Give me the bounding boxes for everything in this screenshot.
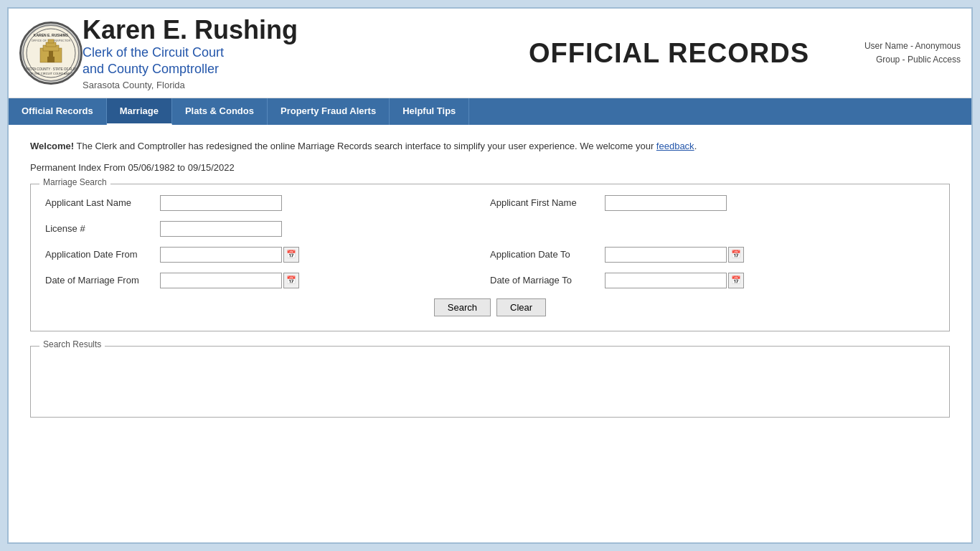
clerk-name: Karen E. Rushing	[83, 16, 473, 44]
nav-property-fraud-alerts[interactable]: Property Fraud Alerts	[268, 98, 390, 125]
svg-rect-9	[48, 39, 54, 43]
license-input[interactable]	[160, 221, 282, 237]
page-title: OFFICIAL RECORDS	[473, 38, 864, 69]
county-name: Sarasota County, Florida	[83, 80, 473, 90]
nav-plats-condos[interactable]: Plats & Condos	[172, 98, 268, 125]
form-group-app-date-from: Application Date From 📅	[45, 247, 490, 263]
marriage-date-to-label: Date of Marriage To	[490, 275, 605, 286]
first-name-input[interactable]	[605, 195, 727, 211]
form-row-app-date: Application Date From 📅 Application Date…	[45, 247, 935, 263]
marriage-date-to-calendar-icon[interactable]: 📅	[728, 273, 744, 288]
page-header: KAREN E. RUSHING OFFICE OF THE INSPECTOR…	[9, 9, 971, 98]
nav-helpful-tips[interactable]: Helpful Tips	[390, 98, 469, 125]
app-date-from-calendar-icon[interactable]: 📅	[283, 247, 299, 263]
user-info: User Name - Anonymous Group - Public Acc…	[864, 39, 961, 67]
svg-rect-10	[49, 51, 53, 57]
form-row-license: License #	[45, 221, 935, 237]
last-name-input[interactable]	[160, 195, 282, 211]
search-results-box: Search Results	[30, 346, 950, 418]
marriage-search-legend: Marriage Search	[39, 177, 110, 187]
svg-text:CLERK OF THE CIRCUIT COURT AND: CLERK OF THE CIRCUIT COURT AND COUNTY	[22, 72, 80, 75]
first-name-label: Applicant First Name	[490, 197, 605, 208]
svg-text:SARASOTA COUNTY · STATE OF FLO: SARASOTA COUNTY · STATE OF FLORIDA	[22, 67, 80, 71]
group-label: Group - Public Access	[864, 53, 961, 67]
seal-logo: KAREN E. RUSHING OFFICE OF THE INSPECTOR…	[19, 22, 83, 85]
form-group-marriage-date-to: Date of Marriage To 📅	[490, 273, 935, 288]
form-row-marriage-date: Date of Marriage From 📅 Date of Marriage…	[45, 273, 935, 288]
marriage-date-from-input[interactable]	[160, 273, 282, 288]
search-button-row: Search Clear	[45, 298, 935, 316]
marriage-date-to-input[interactable]	[605, 273, 727, 288]
search-button[interactable]: Search	[434, 298, 491, 316]
app-date-to-label: Application Date To	[490, 249, 605, 260]
app-date-from-input[interactable]	[160, 247, 282, 263]
nav-marriage[interactable]: Marriage	[107, 98, 172, 125]
form-group-first-name: Applicant First Name	[490, 195, 935, 211]
clear-button[interactable]: Clear	[496, 298, 546, 316]
app-date-to-input[interactable]	[605, 247, 727, 263]
welcome-text: The Clerk and Comptroller has redesigned…	[74, 141, 656, 151]
welcome-bold: Welcome!	[30, 141, 74, 151]
search-results-legend: Search Results	[39, 339, 105, 349]
navigation-bar: Official Records Marriage Plats & Condos…	[9, 98, 971, 125]
form-group-license: License #	[45, 221, 490, 237]
main-content: Welcome! The Clerk and Comptroller has r…	[9, 125, 971, 446]
svg-rect-11	[47, 57, 55, 62]
svg-text:KAREN E. RUSHING: KAREN E. RUSHING	[34, 33, 68, 37]
form-group-last-name: Applicant Last Name	[45, 195, 490, 211]
license-label: License #	[45, 223, 160, 234]
app-date-to-calendar-icon[interactable]: 📅	[728, 247, 744, 263]
header-title-block: Karen E. Rushing Clerk of the Circuit Co…	[83, 16, 473, 90]
marriage-search-box: Marriage Search Applicant Last Name Appl…	[30, 184, 950, 331]
user-name-label: User Name - Anonymous	[864, 39, 961, 53]
form-row-names: Applicant Last Name Applicant First Name	[45, 195, 935, 211]
form-group-marriage-date-from: Date of Marriage From 📅	[45, 273, 490, 288]
nav-official-records[interactable]: Official Records	[9, 98, 107, 125]
welcome-message: Welcome! The Clerk and Comptroller has r…	[30, 139, 950, 154]
clerk-subtitle: Clerk of the Circuit Court and County Co…	[83, 44, 473, 78]
feedback-link[interactable]: feedback	[656, 141, 694, 151]
last-name-label: Applicant Last Name	[45, 197, 160, 208]
app-date-from-label: Application Date From	[45, 249, 160, 260]
marriage-date-from-label: Date of Marriage From	[45, 275, 160, 286]
marriage-date-from-calendar-icon[interactable]: 📅	[283, 273, 299, 288]
permanent-index: Permanent Index From 05/06/1982 to 09/15…	[30, 162, 950, 173]
form-group-app-date-to: Application Date To 📅	[490, 247, 935, 263]
